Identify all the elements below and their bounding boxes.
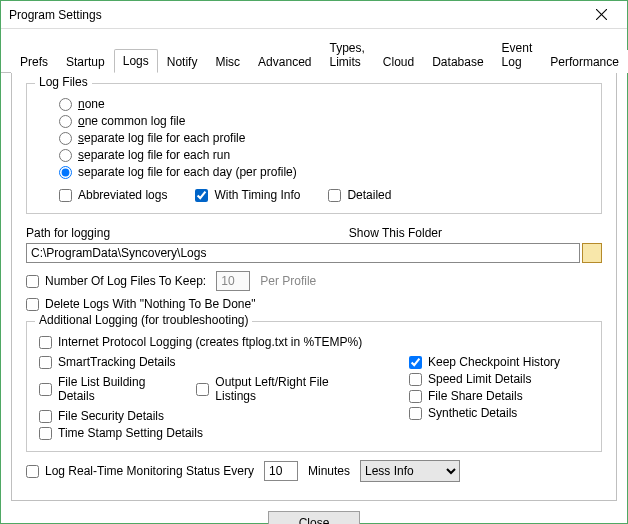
radio-one-common-label[interactable]: one common log file [78, 114, 185, 128]
check-output-lr-listings-label[interactable]: Output Left/Right File Listings [215, 375, 369, 403]
radio-per-profile-label[interactable]: separate log file for each profile [78, 131, 245, 145]
tab-logs[interactable]: Logs [114, 49, 158, 73]
realtime-detail-select[interactable]: Less Info [360, 460, 460, 482]
tab-cloud[interactable]: Cloud [374, 50, 423, 73]
tab-strip: Prefs Startup Logs Notify Misc Advanced … [1, 29, 627, 73]
check-file-security[interactable] [39, 410, 52, 423]
check-filelist-building[interactable] [39, 383, 52, 396]
check-detailed-label[interactable]: Detailed [347, 188, 391, 202]
num-log-files-suffix: Per Profile [260, 274, 316, 288]
check-num-log-files[interactable] [26, 275, 39, 288]
check-timing-info-label[interactable]: With Timing Info [214, 188, 300, 202]
titlebar: Program Settings [1, 1, 627, 29]
check-num-log-files-label[interactable]: Number Of Log Files To Keep: [45, 274, 206, 288]
check-timestamp-setting-label[interactable]: Time Stamp Setting Details [58, 426, 203, 440]
path-label: Path for logging [26, 226, 110, 240]
check-abbrev-logs-label[interactable]: Abbreviated logs [78, 188, 167, 202]
browse-folder-button[interactable] [582, 243, 602, 263]
tab-event-log[interactable]: Event Log [493, 36, 542, 73]
window-title: Program Settings [9, 8, 102, 22]
realtime-interval-input[interactable] [264, 461, 298, 481]
group-log-files-legend: Log Files [35, 75, 92, 89]
tab-database[interactable]: Database [423, 50, 492, 73]
check-file-security-label[interactable]: File Security Details [58, 409, 164, 423]
check-output-lr-listings[interactable] [196, 383, 209, 396]
tab-performance[interactable]: Performance [541, 50, 628, 73]
check-synthetic[interactable] [409, 407, 422, 420]
check-smarttracking-label[interactable]: SmartTracking Details [58, 355, 176, 369]
group-additional-logging: Additional Logging (for troubleshooting)… [26, 321, 602, 452]
group-additional-legend: Additional Logging (for troubleshooting) [35, 313, 252, 327]
check-ipl-label[interactable]: Internet Protocol Logging (creates ftplo… [58, 335, 362, 349]
realtime-unit: Minutes [308, 464, 350, 478]
check-detailed[interactable] [328, 189, 341, 202]
log-mode-radios: none one common log file separate log fi… [39, 97, 589, 179]
program-settings-window: Program Settings Prefs Startup Logs Noti… [0, 0, 628, 524]
radio-per-profile[interactable] [59, 132, 72, 145]
check-realtime-monitoring[interactable] [26, 465, 39, 478]
check-speed-limit[interactable] [409, 373, 422, 386]
check-file-share-label[interactable]: File Share Details [428, 389, 523, 403]
check-abbrev-logs[interactable] [59, 189, 72, 202]
check-delete-nothing[interactable] [26, 298, 39, 311]
radio-per-run-label[interactable]: separate log file for each run [78, 148, 230, 162]
tab-advanced[interactable]: Advanced [249, 50, 320, 73]
radio-per-run[interactable] [59, 149, 72, 162]
check-smarttracking[interactable] [39, 356, 52, 369]
radio-one-common[interactable] [59, 115, 72, 128]
check-file-share[interactable] [409, 390, 422, 403]
check-delete-nothing-label[interactable]: Delete Logs With "Nothing To Be Done" [45, 297, 255, 311]
check-filelist-building-label[interactable]: File List Building Details [58, 375, 182, 403]
radio-none-label[interactable]: none [78, 97, 105, 111]
check-realtime-monitoring-label[interactable]: Log Real-Time Monitoring Status Every [45, 464, 254, 478]
radio-per-day-label[interactable]: separate log file for each day (per prof… [78, 165, 297, 179]
close-button[interactable]: Close [268, 511, 360, 524]
tab-startup[interactable]: Startup [57, 50, 114, 73]
check-timestamp-setting[interactable] [39, 427, 52, 440]
radio-none[interactable] [59, 98, 72, 111]
check-timing-info[interactable] [195, 189, 208, 202]
check-keep-checkpoint-label[interactable]: Keep Checkpoint History [428, 355, 560, 369]
tab-types-limits[interactable]: Types, Limits [320, 36, 373, 73]
check-speed-limit-label[interactable]: Speed Limit Details [428, 372, 531, 386]
num-log-files-input[interactable] [216, 271, 250, 291]
tab-notify[interactable]: Notify [158, 50, 207, 73]
radio-per-day[interactable] [59, 166, 72, 179]
check-synthetic-label[interactable]: Synthetic Details [428, 406, 517, 420]
check-ipl[interactable] [39, 336, 52, 349]
close-icon [596, 9, 607, 20]
show-this-folder-link[interactable]: Show This Folder [349, 226, 442, 240]
tab-prefs[interactable]: Prefs [11, 50, 57, 73]
tab-misc[interactable]: Misc [206, 50, 249, 73]
tab-panel-logs: Log Files none one common log file separ… [11, 73, 617, 501]
path-input[interactable] [26, 243, 580, 263]
check-keep-checkpoint[interactable] [409, 356, 422, 369]
window-close-button[interactable] [583, 1, 619, 28]
group-log-files: Log Files none one common log file separ… [26, 83, 602, 214]
